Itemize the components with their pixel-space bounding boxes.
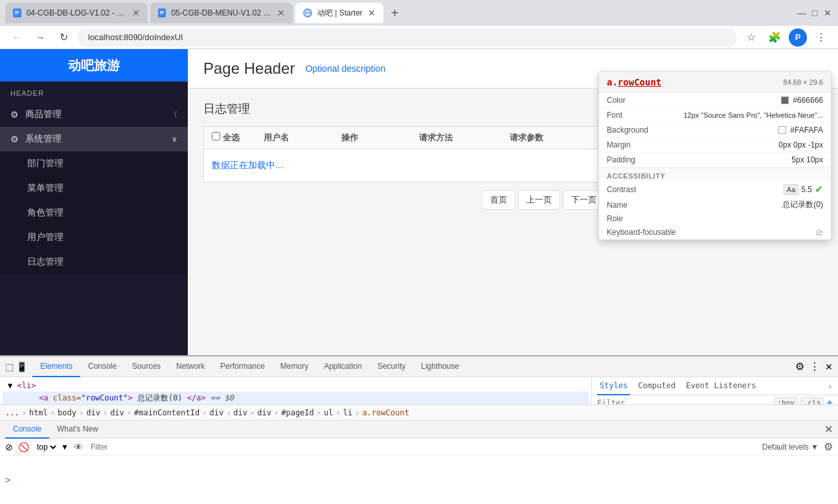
console-input[interactable] bbox=[16, 475, 833, 485]
sub-menu-system: 部门管理 菜单管理 角色管理 用户管理 日志管理 bbox=[0, 151, 188, 274]
tab-application[interactable]: Application bbox=[316, 356, 370, 377]
console-tab-console[interactable]: Console bbox=[5, 421, 49, 439]
url-input[interactable] bbox=[78, 28, 737, 47]
tab-network[interactable]: Network bbox=[168, 356, 212, 377]
styles-filter-input[interactable] bbox=[597, 399, 771, 405]
tab-label-log: 04-CGB-DB-LOG-V1.02 - Goo... bbox=[27, 8, 127, 17]
page-title: Page Header bbox=[203, 60, 295, 78]
devtools-close-icon[interactable]: ✕ bbox=[825, 362, 833, 372]
devtools-cursor-icon[interactable]: ⬚ bbox=[5, 362, 14, 372]
breadcrumb-ul[interactable]: ul bbox=[324, 408, 333, 417]
tab-bar: 04-CGB-DB-LOG-V1.02 - Goo... ✕ 05-CGB-DB… bbox=[0, 0, 838, 26]
tab-performance[interactable]: Performance bbox=[212, 356, 273, 377]
sidebar-item-dept[interactable]: 部门管理 bbox=[0, 151, 188, 176]
tab-lighthouse[interactable]: Lighthouse bbox=[413, 356, 467, 377]
browser-chrome: 04-CGB-DB-LOG-V1.02 - Goo... ✕ 05-CGB-DB… bbox=[0, 0, 838, 49]
elem-attr-class: class= bbox=[53, 393, 81, 402]
tooltip-classname: rowCount bbox=[618, 77, 661, 87]
sidebar-item-menu[interactable]: 菜单管理 bbox=[0, 176, 188, 201]
sidebar-item-log[interactable]: 日志管理 bbox=[0, 250, 188, 274]
tab-docs-menu[interactable]: 05-CGB-DB-MENU-V1.02 - Go... ✕ bbox=[150, 3, 293, 23]
tab-close-menu[interactable]: ✕ bbox=[277, 8, 285, 18]
context-select[interactable]: top bbox=[34, 442, 58, 452]
tooltip-font-row: Font 12px "Source Sans Pro", "Helvetica … bbox=[599, 108, 831, 123]
sidebar-item-role[interactable]: 角色管理 bbox=[0, 201, 188, 225]
accessibility-section-title: ACCESSIBILITY bbox=[599, 168, 831, 181]
first-page-button[interactable]: 首页 bbox=[482, 190, 515, 210]
bookmark-icon[interactable]: ☆ bbox=[742, 28, 760, 47]
hov-button[interactable]: :hov bbox=[774, 397, 798, 404]
menu-icon[interactable]: ⋮ bbox=[812, 28, 830, 47]
devtools-mobile-icon[interactable]: 📱 bbox=[16, 362, 27, 372]
cls-button[interactable]: .cls bbox=[800, 397, 824, 404]
tooltip-padding-row: Padding 5px 10px bbox=[599, 153, 831, 168]
tab-memory[interactable]: Memory bbox=[273, 356, 316, 377]
default-levels-dropdown[interactable]: Default levels ▼ bbox=[762, 443, 819, 452]
color-label: Color bbox=[607, 96, 665, 105]
console-stop-icon[interactable]: ⊘ bbox=[5, 442, 13, 452]
breadcrumb-div4[interactable]: div bbox=[233, 408, 247, 417]
styles-tab-styles[interactable]: Styles bbox=[597, 377, 630, 395]
sidebar-item-system[interactable]: ⚙ 系统管理 ∨ bbox=[0, 127, 188, 151]
close-button[interactable]: ✕ bbox=[822, 8, 833, 18]
elem-dollar0: == $0 bbox=[210, 393, 234, 402]
breadcrumb-div2[interactable]: div bbox=[110, 408, 124, 417]
role-label: Role bbox=[607, 214, 665, 223]
svg-rect-7 bbox=[160, 14, 163, 14]
prev-page-button[interactable]: 上一页 bbox=[518, 190, 560, 210]
forward-button[interactable]: → bbox=[31, 28, 49, 47]
console-close-button[interactable]: ✕ bbox=[824, 423, 833, 435]
styles-chevron-more[interactable]: › bbox=[828, 381, 833, 391]
breadcrumb-pageId[interactable]: #pageId bbox=[281, 408, 314, 417]
add-style-button[interactable]: + bbox=[826, 397, 833, 404]
elem-line-li[interactable]: ▼ <li> bbox=[3, 380, 589, 391]
devtools-panel: ⬚ 📱 Elements Console Sources Network Per… bbox=[0, 355, 838, 504]
tab-docs-log[interactable]: 04-CGB-DB-LOG-V1.02 - Goo... ✕ bbox=[5, 3, 148, 23]
tab-close-log[interactable]: ✕ bbox=[132, 8, 140, 18]
svg-rect-2 bbox=[15, 12, 19, 13]
tab-security[interactable]: Security bbox=[370, 356, 413, 377]
tab-starter[interactable]: 动吧 | Starter ✕ bbox=[295, 3, 383, 23]
reload-button[interactable]: ↻ bbox=[54, 28, 73, 47]
console-clear-icon[interactable]: 🚫 bbox=[18, 442, 29, 452]
styles-tab-event-listeners[interactable]: Event Listeners bbox=[683, 377, 758, 395]
breadcrumb-mainContentId[interactable]: #mainContentId bbox=[134, 408, 199, 417]
devtools-settings-icon[interactable]: ⚙ bbox=[795, 360, 804, 373]
select-all-checkbox[interactable] bbox=[212, 132, 220, 140]
styles-tab-bar: Styles Computed Event Listeners › bbox=[592, 377, 838, 395]
tab-elements[interactable]: Elements bbox=[32, 356, 80, 377]
tab-console[interactable]: Console bbox=[80, 356, 124, 377]
elem-line-a[interactable]: <a class="rowCount"> 总记录数(0) </a> == $0 bbox=[3, 391, 589, 404]
console-bottom-bar: Console What's New ✕ ⊘ 🚫 top ▼ 👁 Default… bbox=[0, 420, 838, 504]
back-button[interactable]: ← bbox=[8, 28, 26, 47]
maximize-button[interactable]: □ bbox=[810, 8, 820, 18]
color-swatch-white bbox=[778, 126, 786, 134]
new-tab-button[interactable]: + bbox=[386, 6, 404, 21]
console-eye-icon[interactable]: 👁 bbox=[74, 442, 83, 452]
sidebar-item-user[interactable]: 用户管理 bbox=[0, 225, 188, 250]
sidebar-item-goods[interactable]: ⚙ 商品管理 〈 bbox=[0, 102, 188, 127]
breadcrumb-div1[interactable]: div bbox=[86, 408, 100, 417]
tab-close-starter[interactable]: ✕ bbox=[368, 8, 376, 18]
breadcrumb-a-rowcount[interactable]: a.rowCount bbox=[362, 408, 409, 417]
breadcrumb-body[interactable]: body bbox=[58, 408, 76, 417]
profile-button[interactable]: P bbox=[789, 28, 807, 47]
tab-label-starter: 动吧 | Starter bbox=[317, 8, 363, 19]
devtools-more-icon[interactable]: ⋮ bbox=[810, 360, 820, 373]
breadcrumb-div3[interactable]: div bbox=[209, 408, 223, 417]
styles-tab-computed[interactable]: Computed bbox=[635, 377, 678, 395]
console-filter-input[interactable] bbox=[88, 443, 757, 452]
extensions-icon[interactable]: 🧩 bbox=[765, 28, 784, 47]
breadcrumb-html[interactable]: html bbox=[29, 408, 48, 417]
console-tab-whatsnew[interactable]: What's New bbox=[49, 421, 106, 439]
breadcrumb-div5[interactable]: div bbox=[257, 408, 271, 417]
contrast-value: Aa 5.5 ✔ bbox=[784, 183, 823, 195]
console-settings-icon[interactable]: ⚙ bbox=[824, 441, 833, 453]
svg-rect-5 bbox=[160, 11, 164, 12]
minimize-button[interactable]: — bbox=[797, 8, 807, 18]
margin-label: Margin bbox=[607, 140, 665, 149]
context-chevron: ▼ bbox=[61, 443, 69, 452]
elem-attr-val-rowcount: "rowCount" bbox=[81, 393, 128, 402]
tab-sources[interactable]: Sources bbox=[124, 356, 168, 377]
breadcrumb-li[interactable]: li bbox=[343, 408, 352, 417]
